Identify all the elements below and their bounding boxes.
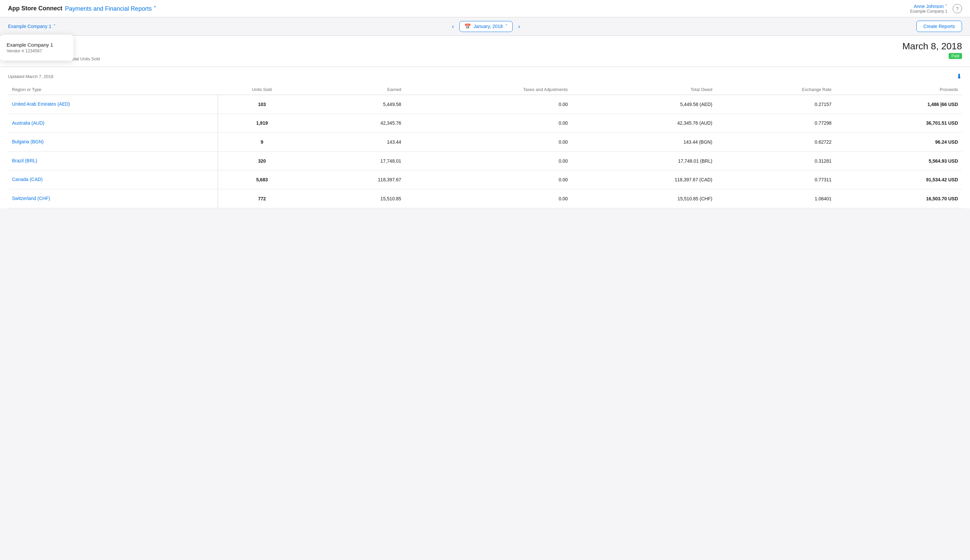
- user-company: Example Company 1: [910, 9, 947, 14]
- region-link[interactable]: Switzerland (CHF): [12, 196, 50, 201]
- dropdown-item[interactable]: Example Company 1 Vendor # 1234567: [0, 39, 73, 57]
- prev-month-button[interactable]: ‹: [449, 22, 457, 31]
- table-row: Australia (AUD) 1,919 42,345.76 0.00 42,…: [8, 114, 962, 133]
- cell-region: Bulgaria (BGN): [8, 133, 218, 152]
- col-total-owed: Total Owed: [572, 84, 716, 95]
- cell-exchange-rate: 1.06401: [716, 189, 836, 208]
- cell-total-owed: 118,397.67 (CAD): [572, 170, 716, 189]
- calendar-icon: 📅: [464, 23, 471, 30]
- cell-earned: 15,510.85: [306, 189, 405, 208]
- table-row: Switzerland (CHF) 772 15,510.85 0.00 15,…: [8, 189, 962, 208]
- cell-proceeds: 96.24 USD: [836, 133, 962, 152]
- month-selector[interactable]: 📅 January, 2018 ˅: [459, 21, 513, 32]
- paid-badge: Paid: [949, 53, 962, 59]
- region-link[interactable]: Brazil (BRL): [12, 158, 37, 163]
- page-title-link[interactable]: Payments and Financial Reports ˅: [65, 5, 156, 12]
- payment-summary: ,525 EXAMPLE BANK 1 — 52525 Total Units …: [0, 36, 970, 67]
- chevron-down-icon: ˅: [53, 24, 56, 29]
- table-row: Brazil (BRL) 320 17,748.01 0.00 17,748.0…: [8, 151, 962, 170]
- cell-taxes: 0.00: [405, 133, 572, 152]
- cell-region: United Arab Emirates (AED): [8, 95, 218, 114]
- cell-total-owed: 15,510.85 (CHF): [572, 189, 716, 208]
- dropdown-vendor-id: Vendor # 1234567: [7, 48, 67, 53]
- cell-exchange-rate: 0.31281: [716, 151, 836, 170]
- col-region: Region or Type: [8, 84, 218, 95]
- cell-proceeds: 91,534.42 USD: [836, 170, 962, 189]
- cell-units: 103: [218, 95, 306, 114]
- cell-proceeds: 1,486 |66 USD: [836, 95, 962, 114]
- region-link[interactable]: Bulgaria (BGN): [12, 139, 44, 144]
- region-link[interactable]: Australia (AUD): [12, 120, 44, 126]
- cell-taxes: 0.00: [405, 95, 572, 114]
- page-title-text: Payments and Financial Reports: [65, 5, 152, 12]
- col-exchange-rate: Exchange Rate: [716, 84, 836, 95]
- updated-row: Updated March 7, 2018 ⬇: [8, 72, 962, 80]
- company-dropdown: Example Company 1 Vendor # 1234567: [0, 35, 73, 61]
- cell-units: 772: [218, 189, 306, 208]
- cell-taxes: 0.00: [405, 170, 572, 189]
- cell-units: 9: [218, 133, 306, 152]
- user-info: Anne Johnson ˅ Example Company 1: [910, 4, 947, 14]
- units-label: Total Units Sold: [70, 56, 100, 61]
- table-row: United Arab Emirates (AED) 103 5,449.58 …: [8, 95, 962, 114]
- nav-right: Anne Johnson ˅ Example Company 1 ?: [910, 4, 962, 14]
- cell-earned: 143.44: [306, 133, 405, 152]
- company-selector[interactable]: Example Company 1 ˅: [8, 24, 56, 29]
- dropdown-company-name: Example Company 1: [7, 42, 67, 48]
- col-proceeds: Proceeds: [836, 84, 962, 95]
- cell-earned: 42,345.76: [306, 114, 405, 133]
- cell-units: 320: [218, 151, 306, 170]
- help-button[interactable]: ?: [953, 4, 962, 13]
- cell-taxes: 0.00: [405, 151, 572, 170]
- cell-earned: 5,449.58: [306, 95, 405, 114]
- month-navigation: ‹ 📅 January, 2018 ˅ ›: [449, 21, 523, 32]
- cell-taxes: 0.00: [405, 189, 572, 208]
- region-link[interactable]: Canada (CAD): [12, 177, 43, 182]
- cell-proceeds: 36,701.51 USD: [836, 114, 962, 133]
- chevron-down-icon: ˅: [505, 24, 508, 29]
- cell-units: 5,683: [218, 170, 306, 189]
- nav-left: App Store Connect Payments and Financial…: [8, 5, 156, 12]
- cell-exchange-rate: 0.27157: [716, 95, 836, 114]
- cell-units: 1,919: [218, 114, 306, 133]
- company-name: Example Company 1: [8, 24, 51, 29]
- cell-total-owed: 143.44 (BGN): [572, 133, 716, 152]
- table-row: Canada (CAD) 5,683 118,397.67 0.00 118,3…: [8, 170, 962, 189]
- user-name[interactable]: Anne Johnson ˅: [910, 4, 947, 9]
- col-taxes: Taxes and Adjustments: [405, 84, 572, 95]
- cell-earned: 118,397.67: [306, 170, 405, 189]
- cell-exchange-rate: 0.77311: [716, 170, 836, 189]
- chevron-down-icon: ˅: [945, 4, 947, 9]
- cell-taxes: 0.00: [405, 114, 572, 133]
- top-navigation: App Store Connect Payments and Financial…: [0, 0, 970, 17]
- create-reports-button[interactable]: Create Reports: [916, 21, 962, 32]
- next-month-button[interactable]: ›: [515, 22, 523, 31]
- payment-date: March 8, 2018: [902, 41, 962, 52]
- cell-region: Switzerland (CHF): [8, 189, 218, 208]
- cell-total-owed: 42,345.76 (AUD): [572, 114, 716, 133]
- month-label: January, 2018: [474, 24, 503, 29]
- cell-earned: 17,748.01: [306, 151, 405, 170]
- payment-right: March 8, 2018 Paid: [902, 41, 962, 59]
- updated-text: Updated March 7, 2018: [8, 74, 53, 79]
- download-icon[interactable]: ⬇: [956, 72, 962, 80]
- financial-table-section: Updated March 7, 2018 ⬇ Region or Type U…: [0, 67, 970, 208]
- cell-proceeds: 16,503.70 USD: [836, 189, 962, 208]
- table-header-row: Region or Type Units Sold Earned Taxes a…: [8, 84, 962, 95]
- cell-proceeds: 5,564.93 USD: [836, 151, 962, 170]
- cell-region: Australia (AUD): [8, 114, 218, 133]
- cell-exchange-rate: 0.77298: [716, 114, 836, 133]
- financial-table: Region or Type Units Sold Earned Taxes a…: [8, 84, 962, 208]
- col-earned: Earned: [306, 84, 405, 95]
- cell-region: Canada (CAD): [8, 170, 218, 189]
- user-name-text: Anne Johnson: [914, 4, 944, 9]
- table-row: Bulgaria (BGN) 9 143.44 0.00 143.44 (BGN…: [8, 133, 962, 152]
- cell-exchange-rate: 0.62722: [716, 133, 836, 152]
- app-title: App Store Connect: [8, 5, 62, 12]
- cell-region: Brazil (BRL): [8, 151, 218, 170]
- sub-navigation: Example Company 1 ˅ Example Company 1 Ve…: [0, 17, 970, 36]
- region-link[interactable]: United Arab Emirates (AED): [12, 101, 70, 107]
- cell-total-owed: 17,748.01 (BRL): [572, 151, 716, 170]
- chevron-down-icon: ˅: [153, 5, 156, 12]
- cell-total-owed: 5,449.58 (AED): [572, 95, 716, 114]
